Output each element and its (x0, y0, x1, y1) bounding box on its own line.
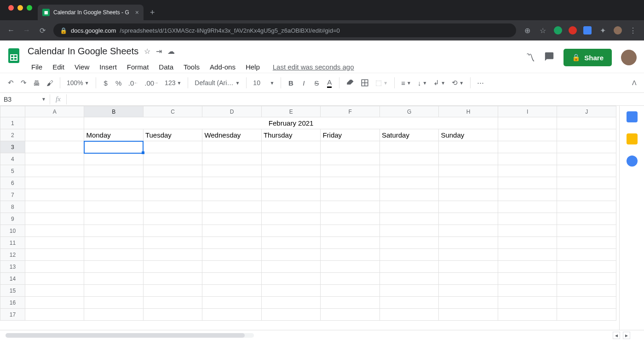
cell[interactable] (25, 249, 84, 261)
cell[interactable] (321, 249, 380, 261)
cell[interactable] (439, 201, 498, 213)
cell[interactable] (498, 237, 557, 249)
column-header[interactable]: D (202, 106, 262, 117)
cell[interactable] (498, 225, 557, 237)
cell[interactable] (143, 309, 202, 321)
merge-cells-button[interactable]: ⬚▼ (373, 77, 391, 89)
row-header[interactable]: 17 (0, 309, 25, 321)
account-avatar[interactable] (621, 50, 637, 65)
cell[interactable] (321, 261, 380, 273)
cell[interactable] (321, 213, 380, 225)
cell[interactable] (261, 225, 321, 237)
cell[interactable] (498, 249, 557, 261)
zoom-selector[interactable]: 100%▼ (64, 77, 92, 88)
cell[interactable] (202, 285, 262, 297)
calendar-sidepanel-icon[interactable] (627, 111, 638, 122)
cell[interactable] (202, 249, 262, 261)
cell[interactable] (25, 189, 84, 201)
sheets-logo-icon[interactable] (5, 44, 23, 67)
cell[interactable] (261, 165, 321, 177)
extensions-puzzle-icon[interactable]: ✦ (598, 26, 607, 35)
cell[interactable] (439, 273, 498, 285)
cell[interactable] (439, 153, 498, 165)
cell[interactable] (557, 249, 616, 261)
cell[interactable] (557, 237, 616, 249)
cell[interactable] (261, 309, 321, 321)
cell[interactable] (261, 237, 321, 249)
cell[interactable] (84, 237, 144, 249)
cell[interactable] (380, 297, 439, 309)
cell[interactable] (261, 249, 321, 261)
cell[interactable] (84, 285, 144, 297)
cell[interactable] (84, 261, 144, 273)
extension-icon[interactable] (569, 26, 577, 35)
italic-button[interactable]: I (298, 77, 310, 89)
cell[interactable] (202, 309, 262, 321)
cell[interactable] (498, 141, 557, 153)
back-button[interactable]: ← (6, 26, 16, 35)
last-edit-link[interactable]: Last edit was seconds ago (273, 63, 354, 71)
row-header[interactable]: 8 (0, 201, 25, 213)
cell[interactable] (498, 201, 557, 213)
select-all-corner[interactable] (0, 106, 25, 117)
name-box[interactable]: B3 ▼ (0, 96, 50, 103)
menu-insert[interactable]: Insert (96, 61, 121, 73)
cell[interactable] (498, 273, 557, 285)
tasks-sidepanel-icon[interactable] (627, 156, 638, 167)
cell[interactable] (25, 225, 84, 237)
cell[interactable] (261, 261, 321, 273)
profile-avatar-icon[interactable] (614, 26, 622, 35)
cell[interactable] (498, 153, 557, 165)
cell[interactable] (25, 309, 84, 321)
cell[interactable] (261, 213, 321, 225)
zoom-icon[interactable]: ⊕ (523, 26, 532, 35)
cell[interactable] (261, 273, 321, 285)
row-header[interactable]: 5 (0, 165, 25, 177)
cell[interactable] (321, 165, 380, 177)
row-header[interactable]: 9 (0, 213, 25, 225)
cell[interactable] (557, 309, 616, 321)
column-header[interactable]: B (84, 106, 144, 117)
cell[interactable] (498, 213, 557, 225)
day-header-cell[interactable]: Monday (84, 129, 144, 141)
row-header[interactable]: 2 (0, 129, 25, 141)
cell[interactable] (557, 297, 616, 309)
cell[interactable] (25, 297, 84, 309)
column-header[interactable]: F (321, 106, 380, 117)
cell[interactable] (25, 285, 84, 297)
menu-file[interactable]: File (28, 61, 46, 73)
cell[interactable] (84, 225, 144, 237)
percent-button[interactable]: % (113, 77, 125, 89)
forward-button[interactable]: → (22, 26, 31, 35)
tab-close-icon[interactable]: × (135, 9, 139, 16)
column-header[interactable]: G (380, 106, 439, 117)
cell[interactable] (25, 177, 84, 189)
increase-decimal-button[interactable]: .00→ (142, 77, 161, 89)
extension-icon[interactable] (583, 26, 592, 35)
cell[interactable] (84, 177, 144, 189)
cell[interactable] (321, 153, 380, 165)
comments-icon[interactable] (544, 52, 554, 64)
close-window-icon[interactable] (8, 5, 14, 11)
cell[interactable] (143, 189, 202, 201)
cell[interactable] (143, 261, 202, 273)
cell[interactable] (143, 285, 202, 297)
currency-button[interactable]: $ (100, 77, 112, 89)
horizontal-scrollbar[interactable] (6, 333, 254, 338)
cell[interactable] (321, 285, 380, 297)
row-header[interactable]: 16 (0, 297, 25, 309)
text-color-button[interactable]: A (323, 76, 335, 90)
day-header-cell[interactable]: Saturday (380, 129, 439, 141)
selected-cell[interactable] (84, 141, 144, 153)
cell[interactable] (321, 237, 380, 249)
row-header[interactable]: 13 (0, 261, 25, 273)
star-icon[interactable]: ☆ (144, 47, 150, 56)
row-header[interactable]: 4 (0, 153, 25, 165)
cell[interactable] (143, 225, 202, 237)
cell[interactable] (380, 165, 439, 177)
share-button[interactable]: 🔒 Share (564, 49, 612, 66)
cell[interactable] (143, 177, 202, 189)
cell[interactable] (202, 201, 262, 213)
cell[interactable] (25, 237, 84, 249)
borders-button[interactable] (358, 77, 372, 89)
